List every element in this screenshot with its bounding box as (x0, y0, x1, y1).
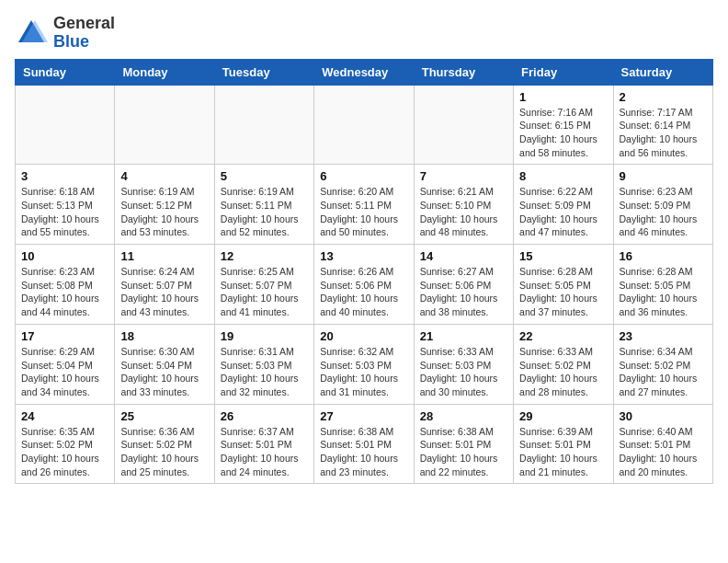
calendar-cell-w1-d4: 7Sunrise: 6:21 AM Sunset: 5:10 PM Daylig… (414, 165, 513, 245)
calendar-cell-w4-d2: 26Sunrise: 6:37 AM Sunset: 5:01 PM Dayli… (214, 404, 313, 484)
day-number: 21 (420, 329, 507, 343)
logo: General Blue (15, 15, 115, 52)
day-info: Sunrise: 6:20 AM Sunset: 5:11 PM Dayligh… (320, 185, 407, 239)
day-info: Sunrise: 6:26 AM Sunset: 5:06 PM Dayligh… (320, 265, 407, 319)
day-number: 1 (519, 90, 607, 104)
calendar-cell-w1-d3: 6Sunrise: 6:20 AM Sunset: 5:11 PM Daylig… (314, 165, 414, 245)
day-number: 22 (519, 329, 607, 343)
calendar-cell-w3-d6: 23Sunrise: 6:34 AM Sunset: 5:02 PM Dayli… (613, 324, 712, 404)
weekday-header-wednesday: Wednesday (314, 59, 414, 85)
day-info: Sunrise: 6:25 AM Sunset: 5:07 PM Dayligh… (221, 265, 308, 319)
calendar-cell-w1-d5: 8Sunrise: 6:22 AM Sunset: 5:09 PM Daylig… (514, 165, 613, 245)
day-number: 29 (519, 409, 607, 423)
day-info: Sunrise: 6:19 AM Sunset: 5:12 PM Dayligh… (120, 185, 208, 239)
weekday-header-thursday: Thursday (414, 59, 513, 85)
day-info: Sunrise: 6:18 AM Sunset: 5:13 PM Dayligh… (21, 185, 108, 239)
calendar-week-row-2: 10Sunrise: 6:23 AM Sunset: 5:08 PM Dayli… (16, 245, 713, 325)
calendar-cell-w4-d1: 25Sunrise: 6:36 AM Sunset: 5:02 PM Dayli… (115, 404, 214, 484)
day-number: 25 (120, 409, 208, 423)
day-info: Sunrise: 6:34 AM Sunset: 5:02 PM Dayligh… (620, 345, 707, 399)
weekday-header-row: SundayMondayTuesdayWednesdayThursdayFrid… (16, 59, 713, 85)
day-info: Sunrise: 6:22 AM Sunset: 5:09 PM Dayligh… (519, 185, 607, 239)
day-info: Sunrise: 7:16 AM Sunset: 6:15 PM Dayligh… (519, 106, 607, 160)
weekday-header-sunday: Sunday (16, 59, 115, 85)
day-number: 17 (21, 329, 108, 343)
day-number: 6 (320, 169, 407, 183)
calendar-cell-w1-d2: 5Sunrise: 6:19 AM Sunset: 5:11 PM Daylig… (214, 165, 313, 245)
calendar-cell-w0-d6: 2Sunrise: 7:17 AM Sunset: 6:14 PM Daylig… (613, 85, 712, 165)
day-number: 27 (320, 409, 407, 423)
day-number: 28 (420, 409, 507, 423)
day-number: 7 (420, 169, 507, 183)
calendar-cell-w3-d4: 21Sunrise: 6:33 AM Sunset: 5:03 PM Dayli… (414, 324, 513, 404)
calendar-cell-w4-d0: 24Sunrise: 6:35 AM Sunset: 5:02 PM Dayli… (16, 404, 115, 484)
calendar-table: SundayMondayTuesdayWednesdayThursdayFrid… (15, 59, 713, 485)
calendar-cell-w3-d5: 22Sunrise: 6:33 AM Sunset: 5:02 PM Dayli… (514, 324, 613, 404)
calendar-cell-w0-d0 (16, 85, 115, 165)
day-info: Sunrise: 6:39 AM Sunset: 5:01 PM Dayligh… (519, 425, 607, 479)
day-info: Sunrise: 6:30 AM Sunset: 5:04 PM Dayligh… (120, 345, 208, 399)
calendar-cell-w1-d1: 4Sunrise: 6:19 AM Sunset: 5:12 PM Daylig… (115, 165, 214, 245)
weekday-header-tuesday: Tuesday (214, 59, 313, 85)
day-number: 12 (221, 249, 308, 263)
day-number: 19 (221, 329, 308, 343)
day-number: 14 (420, 249, 507, 263)
calendar-cell-w3-d2: 19Sunrise: 6:31 AM Sunset: 5:03 PM Dayli… (214, 324, 313, 404)
calendar-cell-w2-d5: 15Sunrise: 6:28 AM Sunset: 5:05 PM Dayli… (514, 245, 613, 325)
day-number: 26 (221, 409, 308, 423)
logo-icon (15, 17, 48, 50)
day-number: 15 (519, 249, 607, 263)
calendar-week-row-1: 3Sunrise: 6:18 AM Sunset: 5:13 PM Daylig… (16, 165, 713, 245)
day-number: 4 (120, 169, 208, 183)
day-number: 30 (620, 409, 707, 423)
calendar-cell-w2-d1: 11Sunrise: 6:24 AM Sunset: 5:07 PM Dayli… (115, 245, 214, 325)
logo-blue: Blue (53, 33, 115, 52)
calendar-cell-w3-d3: 20Sunrise: 6:32 AM Sunset: 5:03 PM Dayli… (314, 324, 414, 404)
calendar-cell-w0-d5: 1Sunrise: 7:16 AM Sunset: 6:15 PM Daylig… (514, 85, 613, 165)
calendar-cell-w2-d2: 12Sunrise: 6:25 AM Sunset: 5:07 PM Dayli… (214, 245, 313, 325)
weekday-header-monday: Monday (115, 59, 214, 85)
day-info: Sunrise: 6:29 AM Sunset: 5:04 PM Dayligh… (21, 345, 108, 399)
day-info: Sunrise: 6:31 AM Sunset: 5:03 PM Dayligh… (221, 345, 308, 399)
weekday-header-saturday: Saturday (613, 59, 712, 85)
day-number: 11 (120, 249, 208, 263)
day-info: Sunrise: 6:21 AM Sunset: 5:10 PM Dayligh… (420, 185, 507, 239)
calendar-week-row-0: 1Sunrise: 7:16 AM Sunset: 6:15 PM Daylig… (16, 85, 713, 165)
calendar-cell-w1-d0: 3Sunrise: 6:18 AM Sunset: 5:13 PM Daylig… (16, 165, 115, 245)
day-number: 3 (21, 169, 108, 183)
day-info: Sunrise: 6:37 AM Sunset: 5:01 PM Dayligh… (221, 425, 308, 479)
day-info: Sunrise: 6:33 AM Sunset: 5:02 PM Dayligh… (519, 345, 607, 399)
page-header: General Blue (15, 15, 713, 52)
calendar-cell-w0-d3 (314, 85, 414, 165)
calendar-cell-w0-d2 (214, 85, 313, 165)
day-number: 16 (620, 249, 707, 263)
calendar-cell-w0-d4 (414, 85, 513, 165)
day-info: Sunrise: 6:32 AM Sunset: 5:03 PM Dayligh… (320, 345, 407, 399)
day-number: 23 (620, 329, 707, 343)
calendar-week-row-3: 17Sunrise: 6:29 AM Sunset: 5:04 PM Dayli… (16, 324, 713, 404)
day-info: Sunrise: 6:36 AM Sunset: 5:02 PM Dayligh… (120, 425, 208, 479)
calendar-cell-w4-d3: 27Sunrise: 6:38 AM Sunset: 5:01 PM Dayli… (314, 404, 414, 484)
day-info: Sunrise: 6:23 AM Sunset: 5:08 PM Dayligh… (21, 265, 108, 319)
calendar-cell-w2-d6: 16Sunrise: 6:28 AM Sunset: 5:05 PM Dayli… (613, 245, 712, 325)
day-number: 2 (620, 90, 707, 104)
calendar-cell-w3-d1: 18Sunrise: 6:30 AM Sunset: 5:04 PM Dayli… (115, 324, 214, 404)
calendar-cell-w2-d4: 14Sunrise: 6:27 AM Sunset: 5:06 PM Dayli… (414, 245, 513, 325)
day-number: 9 (620, 169, 707, 183)
calendar-week-row-4: 24Sunrise: 6:35 AM Sunset: 5:02 PM Dayli… (16, 404, 713, 484)
calendar-cell-w3-d0: 17Sunrise: 6:29 AM Sunset: 5:04 PM Dayli… (16, 324, 115, 404)
day-info: Sunrise: 6:35 AM Sunset: 5:02 PM Dayligh… (21, 425, 108, 479)
day-number: 13 (320, 249, 407, 263)
calendar-cell-w2-d3: 13Sunrise: 6:26 AM Sunset: 5:06 PM Dayli… (314, 245, 414, 325)
day-number: 18 (120, 329, 208, 343)
day-number: 20 (320, 329, 407, 343)
day-info: Sunrise: 6:19 AM Sunset: 5:11 PM Dayligh… (221, 185, 308, 239)
calendar-cell-w4-d6: 30Sunrise: 6:40 AM Sunset: 5:01 PM Dayli… (613, 404, 712, 484)
day-info: Sunrise: 6:28 AM Sunset: 5:05 PM Dayligh… (620, 265, 707, 319)
calendar-cell-w0-d1 (115, 85, 214, 165)
day-info: Sunrise: 6:23 AM Sunset: 5:09 PM Dayligh… (620, 185, 707, 239)
day-info: Sunrise: 6:24 AM Sunset: 5:07 PM Dayligh… (120, 265, 208, 319)
day-info: Sunrise: 7:17 AM Sunset: 6:14 PM Dayligh… (620, 106, 707, 160)
day-number: 10 (21, 249, 108, 263)
calendar-cell-w1-d6: 9Sunrise: 6:23 AM Sunset: 5:09 PM Daylig… (613, 165, 712, 245)
